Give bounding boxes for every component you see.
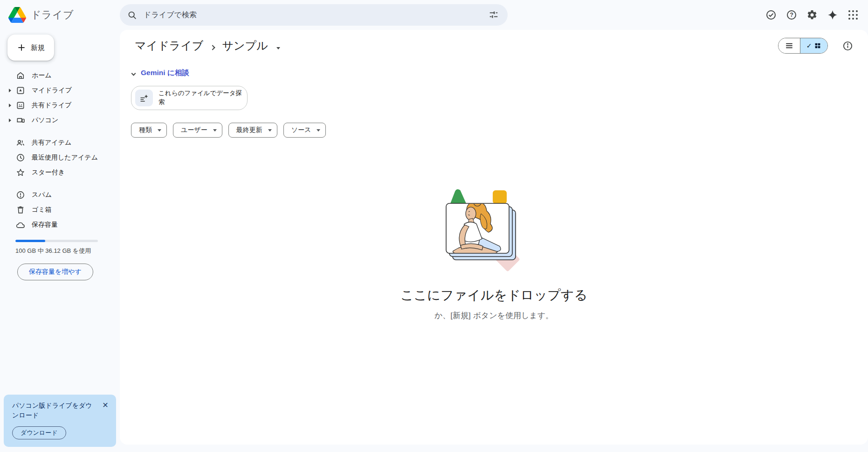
trash-icon: [16, 205, 25, 215]
chevron-down-icon: [213, 129, 217, 132]
sidebar-item-label: パソコン: [32, 116, 58, 125]
folder-menu-caret-icon[interactable]: [276, 39, 280, 52]
topbar-actions: ?: [762, 6, 868, 24]
chevron-down-icon: [131, 71, 136, 76]
filter-chips: 種類 ユーザー 最終更新 ソース: [131, 123, 868, 138]
search-input[interactable]: [143, 10, 484, 20]
breadcrumb-current-folder[interactable]: サンプル: [218, 37, 271, 55]
chip-label: ソース: [291, 126, 311, 134]
breadcrumb-my-drive[interactable]: マイドライブ: [131, 37, 207, 55]
expand-arrow-icon[interactable]: [7, 118, 13, 122]
gemini-sparkle-icon[interactable]: [823, 6, 842, 24]
drive-logo-icon: [8, 7, 26, 23]
chevron-down-icon: [158, 129, 161, 132]
sidebar-item-label: スパム: [32, 191, 52, 199]
new-button[interactable]: 新規: [7, 35, 54, 61]
chip-label: 種類: [139, 126, 152, 134]
empty-state: ここにファイルをドロップする か、[新規] ボタンを使用します。: [120, 187, 868, 321]
grid-view-icon[interactable]: ✓: [800, 38, 827, 53]
apps-grid-icon[interactable]: [844, 6, 862, 24]
clock-icon: [16, 153, 25, 162]
chevron-down-icon: [317, 129, 320, 132]
empty-state-title: ここにファイルをドロップする: [400, 286, 587, 304]
sidebar-item-label: ホーム: [32, 71, 52, 80]
gemini-suggestion-card[interactable]: これらのファイルでデータ探索: [131, 86, 248, 110]
home-icon: [16, 71, 25, 80]
sidebar-item-label: スター付き: [32, 168, 65, 177]
sidebar-item-recent[interactable]: 最近使用したアイテム: [0, 150, 120, 165]
computers-icon: [16, 116, 25, 125]
sidebar: 新規 ホーム マイドライブ: [0, 30, 120, 452]
search-icon[interactable]: [127, 10, 137, 20]
ask-gemini-toggle[interactable]: Gemini に相談: [132, 68, 189, 78]
spam-icon: [16, 190, 25, 200]
promo-title: パソコン版ドライブをダウンロード: [12, 401, 94, 420]
sidebar-item-starred[interactable]: スター付き: [0, 165, 120, 180]
sidebar-item-label: 共有アイテム: [32, 139, 71, 147]
sidebar-item-shared-with-me[interactable]: 共有アイテム: [0, 135, 120, 150]
close-icon[interactable]: ✕: [99, 399, 111, 411]
empty-state-subtitle: か、[新規] ボタンを使用します。: [434, 310, 553, 321]
sidebar-item-label: 共有ドライブ: [32, 101, 71, 110]
sidebar-item-computers[interactable]: パソコン: [0, 113, 120, 128]
sidebar-item-label: 最近使用したアイテム: [32, 153, 98, 162]
chevron-right-icon: [211, 39, 214, 52]
buy-storage-button[interactable]: 保存容量を増やす: [17, 264, 93, 280]
filter-chip-source[interactable]: ソース: [283, 123, 326, 138]
sidebar-item-trash[interactable]: ゴミ箱: [0, 202, 120, 217]
nav-group-secondary: 共有アイテム 最近使用したアイテム スター付き: [0, 135, 120, 180]
chip-label: 最終更新: [236, 126, 262, 134]
filter-chip-type[interactable]: 種類: [131, 123, 167, 138]
svg-text:?: ?: [790, 12, 793, 18]
storage-usage-text: 100 GB 中 36.12 GB を使用: [15, 247, 120, 255]
list-view-icon[interactable]: [778, 38, 800, 53]
sidebar-item-label: マイドライブ: [32, 86, 72, 95]
settings-gear-icon[interactable]: [803, 6, 821, 24]
ask-gemini-label: Gemini に相談: [141, 68, 189, 78]
main-panel: マイドライブ サンプル ✓: [120, 30, 868, 445]
my-drive-icon: [16, 86, 25, 95]
sidebar-item-my-drive[interactable]: マイドライブ: [0, 83, 120, 98]
filter-chip-people[interactable]: ユーザー: [173, 123, 222, 138]
shared-drive-icon: [16, 101, 25, 110]
sidebar-item-home[interactable]: ホーム: [0, 68, 120, 83]
new-button-label: 新規: [31, 43, 45, 52]
people-icon: [16, 138, 25, 147]
expand-arrow-icon[interactable]: [7, 89, 13, 92]
breadcrumb: マイドライブ サンプル: [131, 37, 280, 55]
star-icon: [16, 168, 25, 177]
empty-folder-illustration: [440, 187, 548, 273]
check-icon: ✓: [806, 42, 812, 49]
expand-arrow-icon[interactable]: [7, 104, 13, 107]
app-title: ドライブ: [31, 8, 74, 22]
chevron-down-icon: [268, 129, 272, 132]
view-controls: ✓: [778, 36, 857, 55]
chip-label: ユーザー: [181, 126, 207, 134]
storage-progress-fill: [15, 240, 45, 242]
cloud-icon: [16, 220, 25, 229]
sidebar-item-label: 保存容量: [32, 221, 58, 229]
offline-check-icon[interactable]: [762, 6, 780, 24]
sidebar-item-label: ゴミ箱: [32, 206, 52, 214]
info-icon[interactable]: [838, 36, 857, 55]
search-bar[interactable]: [120, 4, 508, 26]
filter-chip-modified[interactable]: 最終更新: [228, 123, 277, 138]
layout-switcher: ✓: [778, 38, 828, 54]
desktop-drive-promo: パソコン版ドライブをダウンロード ✕ ダウンロード: [4, 395, 116, 447]
download-button[interactable]: ダウンロード: [12, 426, 66, 439]
suggestion-label: これらのファイルでデータ探索: [158, 89, 243, 107]
top-bar: ドライブ ?: [0, 0, 868, 30]
help-icon[interactable]: ?: [782, 6, 801, 24]
nav-group-main: ホーム マイドライブ 共有ドライブ: [0, 68, 120, 128]
sidebar-item-storage[interactable]: 保存容量: [0, 217, 120, 232]
sidebar-item-spam[interactable]: スパム: [0, 188, 120, 202]
plus-icon: [17, 43, 26, 52]
sidebar-item-shared-drives[interactable]: 共有ドライブ: [0, 98, 120, 113]
panel-header: マイドライブ サンプル ✓: [120, 30, 868, 54]
storage-progress-track: [15, 240, 98, 242]
tune-icon[interactable]: [484, 6, 503, 24]
drive-logo-area[interactable]: ドライブ: [0, 7, 120, 23]
nav-group-tertiary: スパム ゴミ箱 保存容量: [0, 188, 120, 232]
data-exploration-icon: [135, 90, 153, 106]
